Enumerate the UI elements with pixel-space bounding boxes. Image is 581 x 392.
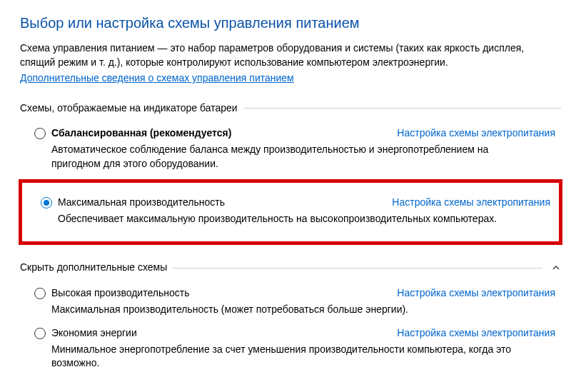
divider xyxy=(173,268,542,268)
plan-maxperf: Максимальная производительность Настройк… xyxy=(25,191,556,231)
plan-name-balanced[interactable]: Сбалансированная (рекомендуется) xyxy=(51,126,377,141)
config-link-highperf[interactable]: Настройка схемы электропитания xyxy=(397,286,555,301)
page-title: Выбор или настройка схемы управления пит… xyxy=(20,13,561,33)
plan-name-highperf[interactable]: Высокая производительность xyxy=(51,286,377,301)
highlight-box: Максимальная производительность Настройк… xyxy=(19,179,562,245)
radio-maxperf[interactable] xyxy=(41,197,52,208)
plan-desc-highperf: Максимальная производительность (может п… xyxy=(51,303,537,317)
radio-powersaver[interactable] xyxy=(34,328,46,339)
config-link-maxperf[interactable]: Настройка схемы электропитания xyxy=(392,196,550,210)
intro-text: Схема управления питанием — это набор па… xyxy=(20,41,561,69)
plan-desc-maxperf: Обеспечивает максимальную производительн… xyxy=(58,212,543,226)
radio-highperf[interactable] xyxy=(34,288,46,299)
config-link-balanced[interactable]: Настройка схемы электропитания xyxy=(397,126,555,141)
plan-powersaver: Экономия энергии Настройка схемы электро… xyxy=(20,322,561,376)
section-battery-plans: Схемы, отображаемые на индикаторе батаре… xyxy=(20,101,561,116)
section-additional-plans: Скрыть дополнительные схемы xyxy=(20,261,561,275)
more-info-link[interactable]: Дополнительные сведения о схемах управле… xyxy=(20,71,294,86)
plan-desc-powersaver: Минимальное энергопотребление за счет ум… xyxy=(51,343,537,371)
plan-desc-balanced: Автоматическое соблюдение баланса между … xyxy=(51,143,537,171)
plan-name-powersaver[interactable]: Экономия энергии xyxy=(51,326,377,341)
divider xyxy=(243,108,561,109)
section-label: Схемы, отображаемые на индикаторе батаре… xyxy=(20,101,238,116)
plan-name-maxperf[interactable]: Максимальная производительность xyxy=(58,196,372,210)
section-label-additional[interactable]: Скрыть дополнительные схемы xyxy=(20,261,167,275)
plan-balanced: Сбалансированная (рекомендуется) Настрой… xyxy=(20,122,561,176)
radio-balanced[interactable] xyxy=(34,128,46,139)
config-link-powersaver[interactable]: Настройка схемы электропитания xyxy=(397,326,555,341)
chevron-up-icon[interactable] xyxy=(551,263,561,273)
plan-highperf: Высокая производительность Настройка схе… xyxy=(20,282,561,322)
